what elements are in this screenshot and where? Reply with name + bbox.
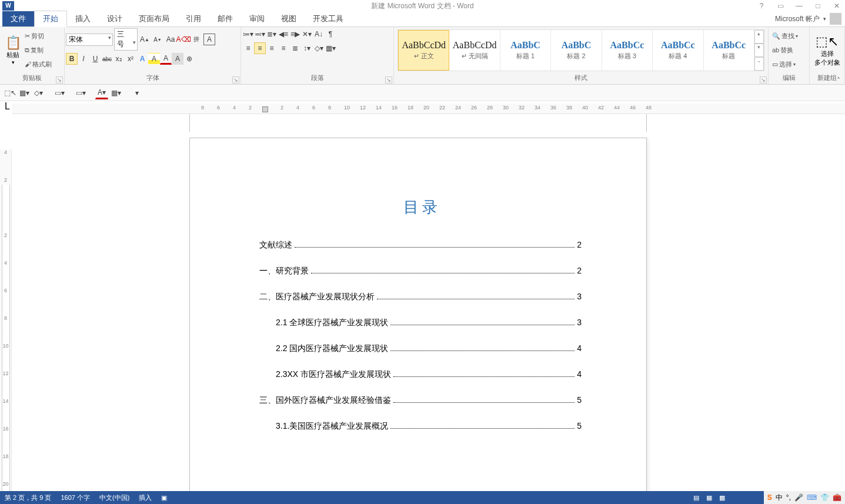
styles-scroll-down[interactable]: ▾ bbox=[754, 44, 764, 57]
copy-button[interactable]: ⧉复制 bbox=[25, 46, 52, 55]
tab-page-layout[interactable]: 页面布局 bbox=[131, 11, 178, 26]
view-print-layout[interactable]: ▦ bbox=[704, 494, 714, 502]
bullets-button[interactable]: ≔▾ bbox=[242, 28, 254, 40]
tab-references[interactable]: 引用 bbox=[178, 11, 209, 26]
close-button[interactable]: ✕ bbox=[829, 1, 845, 11]
tab-developer[interactable]: 开发工具 bbox=[305, 11, 352, 26]
clear-format-button[interactable]: A⌫ bbox=[178, 34, 189, 45]
text-effects-button[interactable]: A bbox=[136, 53, 148, 65]
status-word-count[interactable]: 1607 个字 bbox=[61, 493, 90, 502]
maximize-button[interactable]: □ bbox=[810, 1, 826, 11]
qat-select-objects[interactable]: ⬚↖ bbox=[4, 86, 16, 99]
multilevel-list-button[interactable]: ≣▾ bbox=[266, 28, 278, 40]
ribbon-display-options[interactable]: ▭ bbox=[772, 1, 789, 11]
style-title[interactable]: AaBbCc标题 bbox=[704, 30, 754, 71]
qat-font-color[interactable]: A▾ bbox=[95, 86, 108, 99]
grow-font-button[interactable]: A▲ bbox=[139, 34, 151, 45]
qat-more[interactable]: ▾ bbox=[131, 86, 143, 99]
font-launcher[interactable]: ↘ bbox=[232, 76, 239, 84]
status-insert-mode[interactable]: 插入 bbox=[139, 493, 152, 502]
increase-indent-button[interactable]: ≡▶ bbox=[289, 28, 301, 40]
replace-button[interactable]: ab替换 bbox=[772, 46, 806, 55]
toc-entry[interactable]: 文献综述2 bbox=[259, 240, 582, 251]
bold-button[interactable]: B bbox=[66, 53, 78, 65]
view-web-layout[interactable]: ▩ bbox=[717, 494, 727, 502]
qat-table-style[interactable]: ▦▾ bbox=[109, 86, 122, 99]
ime-voice-icon[interactable]: 🎤 bbox=[794, 493, 803, 502]
qat-table[interactable]: ▦▾ bbox=[18, 86, 31, 99]
borders-button[interactable]: ▦▾ bbox=[325, 42, 336, 54]
find-button[interactable]: 🔍查找▾ bbox=[772, 32, 806, 41]
shading-button[interactable]: ◇▾ bbox=[313, 42, 325, 54]
numbering-button[interactable]: ≕▾ bbox=[254, 28, 266, 40]
qat-text-box[interactable]: ▭▾ bbox=[53, 86, 66, 99]
account-label[interactable]: Microsoft 帐户 bbox=[775, 14, 820, 24]
status-page[interactable]: 第 2 页，共 9 页 bbox=[5, 493, 51, 502]
clipboard-launcher[interactable]: ↘ bbox=[56, 76, 63, 84]
change-case-button[interactable]: Aa bbox=[165, 34, 176, 45]
asian-layout-button[interactable]: ✕▾ bbox=[301, 28, 313, 40]
select-multiple-objects-button[interactable]: ⬚↖ 选择 多个对象 bbox=[812, 28, 842, 72]
styles-expand[interactable]: ⌄ bbox=[754, 57, 764, 71]
style-heading-1[interactable]: AaBbC标题 1 bbox=[500, 30, 551, 71]
superscript-button[interactable]: x² bbox=[125, 53, 136, 65]
qat-shapes[interactable]: ◇▾ bbox=[32, 86, 45, 99]
document-page[interactable]: 目 录 文献综述2一、研究背景2二、医疗器械产业发展现状分析32.1 全球医疗器… bbox=[189, 138, 647, 492]
toc-entry[interactable]: 3.1.美国医疗器械产业发展概况5 bbox=[259, 421, 582, 432]
align-right-button[interactable]: ≡ bbox=[266, 42, 278, 54]
tab-home[interactable]: 开始 bbox=[34, 11, 67, 27]
line-spacing-button[interactable]: ↕▾ bbox=[301, 42, 313, 54]
styles-scroll-up[interactable]: ▴ bbox=[754, 30, 764, 44]
highlight-button[interactable]: A bbox=[148, 53, 160, 65]
style-heading-2[interactable]: AaBbC标题 2 bbox=[551, 30, 602, 71]
styles-launcher[interactable]: ↘ bbox=[760, 76, 767, 84]
tab-design[interactable]: 设计 bbox=[99, 11, 131, 26]
tab-mailings[interactable]: 邮件 bbox=[209, 11, 241, 26]
decrease-indent-button[interactable]: ◀≡ bbox=[278, 28, 289, 40]
sort-button[interactable]: A↓ bbox=[313, 28, 325, 40]
shrink-font-button[interactable]: A▼ bbox=[152, 34, 163, 45]
minimize-button[interactable]: — bbox=[791, 1, 807, 11]
style-normal[interactable]: AaBbCcDd↵ 正文 bbox=[398, 30, 449, 71]
qat-page-bg[interactable]: ▭▾ bbox=[74, 86, 87, 99]
ime-keyboard-icon[interactable]: ⌨ bbox=[807, 493, 817, 502]
toc-entry[interactable]: 二、医疗器械产业发展现状分析3 bbox=[259, 292, 582, 302]
toc-entry[interactable]: 2.1 全球医疗器械产业发展现状3 bbox=[259, 318, 582, 328]
collapse-ribbon-button[interactable]: ˄ bbox=[837, 76, 840, 85]
strikethrough-button[interactable]: abc bbox=[101, 53, 113, 65]
status-macro-icon[interactable]: ▣ bbox=[161, 494, 167, 502]
enclose-char-button[interactable]: ⊕ bbox=[183, 53, 195, 65]
format-painter-button[interactable]: 🖌格式刷 bbox=[25, 60, 52, 69]
paste-button[interactable]: 📋 粘贴 ▾ bbox=[2, 28, 24, 72]
ime-skin-icon[interactable]: 👕 bbox=[820, 493, 829, 502]
sogou-ime-icon[interactable]: S bbox=[767, 493, 772, 502]
tab-review[interactable]: 审阅 bbox=[241, 11, 273, 26]
tab-insert[interactable]: 插入 bbox=[67, 11, 99, 26]
show-hide-marks-button[interactable]: ¶ bbox=[325, 28, 336, 40]
ime-punct-icon[interactable]: °, bbox=[786, 493, 791, 502]
align-left-button[interactable]: ≡ bbox=[242, 42, 254, 54]
vertical-ruler[interactable]: 42246810121416182022 bbox=[0, 149, 12, 504]
select-button[interactable]: ▭选择▾ bbox=[772, 60, 806, 69]
status-language[interactable]: 中文(中国) bbox=[99, 493, 129, 502]
phonetic-guide-button[interactable]: 拼 bbox=[191, 34, 202, 45]
tab-file[interactable]: 文件 bbox=[2, 11, 34, 26]
subscript-button[interactable]: x₂ bbox=[113, 53, 125, 65]
font-family-select[interactable]: 宋体 bbox=[66, 34, 113, 46]
ime-lang[interactable]: 中 bbox=[776, 493, 783, 503]
distribute-button[interactable]: ≣ bbox=[289, 42, 301, 54]
style-heading-4[interactable]: AaBbCc标题 4 bbox=[653, 30, 703, 71]
justify-button[interactable]: ≡ bbox=[278, 42, 289, 54]
cut-button[interactable]: ✂剪切 bbox=[25, 32, 52, 41]
paragraph-launcher[interactable]: ↘ bbox=[385, 76, 392, 84]
style-no-spacing[interactable]: AaBbCcDd↵ 无间隔 bbox=[449, 30, 500, 71]
toc-entry[interactable]: 2.3XX 市医疗器械产业发展现状4 bbox=[259, 369, 582, 380]
char-border-button[interactable]: A bbox=[203, 34, 215, 45]
underline-button[interactable]: U bbox=[89, 53, 101, 65]
italic-button[interactable]: I bbox=[78, 53, 89, 65]
toc-entry[interactable]: 一、研究背景2 bbox=[259, 266, 582, 276]
account-avatar[interactable] bbox=[830, 13, 841, 25]
help-button[interactable]: ? bbox=[753, 1, 770, 11]
view-read-mode[interactable]: ▤ bbox=[691, 494, 702, 502]
tab-view[interactable]: 视图 bbox=[273, 11, 305, 26]
